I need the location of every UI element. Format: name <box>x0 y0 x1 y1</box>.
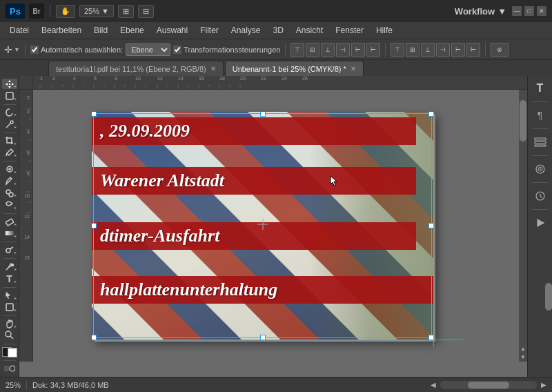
handle-tr[interactable] <box>428 112 433 117</box>
vscrollbar-thumb[interactable] <box>520 100 526 141</box>
opt-sep-4 <box>485 43 486 57</box>
tab-testtutorial-close[interactable]: ✕ <box>210 65 216 72</box>
panel-actions-icon[interactable] <box>531 213 550 233</box>
move-tool[interactable]: ▸ <box>2 79 17 89</box>
workflow-btn[interactable]: Workflow ▼ <box>455 6 506 17</box>
panel-channels-icon[interactable] <box>531 159 550 179</box>
align-right-icon[interactable]: ⊢ <box>366 43 380 57</box>
menu-3d[interactable]: 3D <box>268 24 289 37</box>
hscrollbar-thumb[interactable] <box>468 382 509 389</box>
menu-bild[interactable]: Bild <box>88 24 113 37</box>
menu-analyse[interactable]: Analyse <box>226 24 266 37</box>
menu-ansicht[interactable]: Ansicht <box>290 24 328 37</box>
lasso-tool[interactable]: ▸ <box>2 107 17 117</box>
eyedropper-tool[interactable]: ▸ <box>2 148 17 158</box>
align-top-icon[interactable]: ⊤ <box>290 43 304 57</box>
text-line-2: Warener Altstadt <box>100 170 224 191</box>
menu-hilfe[interactable]: Hilfe <box>371 24 398 37</box>
right-panel-scroll[interactable] <box>545 283 552 311</box>
dist-vc-icon[interactable]: ⊞ <box>406 43 420 57</box>
options-bar: ✛ ▼ Automatisch auswählen: Ebene Gruppe … <box>0 39 552 59</box>
hand-tool[interactable]: ▸ <box>2 319 17 329</box>
svg-rect-1 <box>6 92 13 99</box>
canvas-area[interactable]: 1 2 4 6 8 10 12 14 16 18 20 22 24 26 <box>19 76 527 377</box>
handle-bl[interactable] <box>92 335 97 340</box>
dist-top-icon[interactable]: ⊤ <box>391 43 404 57</box>
tab-unbenannt[interactable]: Unbenannt-1 bei 25% (CMYK/8) * ✕ <box>225 61 364 76</box>
handle-tc[interactable] <box>260 112 266 117</box>
nav-right-btn[interactable]: ▶ <box>541 381 546 389</box>
wand-tool[interactable]: ▸ <box>2 119 17 129</box>
menu-ebene[interactable]: Ebene <box>115 24 150 37</box>
shape-tool[interactable]: ▸ <box>2 302 17 313</box>
close-btn[interactable]: ✕ <box>537 6 546 16</box>
dist-right-icon[interactable]: ⊢ <box>466 43 480 57</box>
nav-left-btn[interactable]: ◀ <box>431 381 436 389</box>
menu-datei[interactable]: Datei <box>4 24 34 37</box>
handle-br[interactable] <box>428 335 433 340</box>
panel-history-icon[interactable] <box>531 186 550 206</box>
opt-sep-3 <box>385 43 386 57</box>
panel-text-icon[interactable]: T <box>531 79 550 98</box>
hscrollbar[interactable] <box>440 381 537 389</box>
minimize-btn[interactable]: — <box>512 6 522 16</box>
handle-ml[interactable] <box>92 223 97 228</box>
path-select-tool[interactable]: ▸ <box>2 290 17 300</box>
panel-layers-icon[interactable] <box>531 133 550 152</box>
auto-align-icon[interactable]: ⊕ <box>491 43 509 57</box>
crop-tool[interactable]: ▸ <box>2 135 17 146</box>
gradient-tool[interactable]: ▸ <box>2 228 17 239</box>
menu-auswahl[interactable]: Auswahl <box>151 24 193 37</box>
handle-tl[interactable] <box>92 112 97 117</box>
background-color[interactable] <box>8 348 17 357</box>
menu-fenster[interactable]: Fenster <box>330 24 369 37</box>
vscrollbar[interactable]: ▲ ▼ <box>519 90 527 362</box>
opt-sep-1 <box>25 43 26 57</box>
auto-select-input[interactable] <box>30 46 39 54</box>
zoom-btn[interactable]: 25% ▼ <box>79 5 114 17</box>
brush-tool[interactable]: ▸ <box>2 176 17 186</box>
align-hcenter-icon[interactable]: ⊢ <box>351 43 365 57</box>
align-bottom-icon[interactable]: ⊥ <box>321 43 335 57</box>
history-brush[interactable]: ▸ <box>2 199 17 210</box>
layer-select[interactable]: Ebene Gruppe <box>126 43 170 56</box>
canvas-image[interactable]: , 29.09.2009 Warener Altstadt dtimer-Aus… <box>92 112 433 340</box>
zoom-tool[interactable] <box>2 331 17 341</box>
workflow-label: Workflow <box>455 6 495 17</box>
dist-hc-icon[interactable]: ⊢ <box>451 43 465 57</box>
maximize-btn[interactable]: □ <box>524 6 534 16</box>
hand-tool-btn[interactable]: ✋ <box>56 5 75 18</box>
canvas-wrapper[interactable]: , 29.09.2009 Warener Altstadt dtimer-Aus… <box>33 90 527 362</box>
auto-select-checkbox[interactable]: Automatisch auswählen: <box>30 46 123 54</box>
pen-tool[interactable]: ▸ <box>2 261 17 271</box>
transform-checkbox[interactable]: Transformationssteuerungen <box>173 46 280 54</box>
vscroll-up[interactable]: ▲ <box>520 346 526 352</box>
dist-left-icon[interactable]: ⊣ <box>436 43 450 57</box>
align-left-icon[interactable]: ⊣ <box>336 43 350 57</box>
selection-tool[interactable]: ▸ <box>2 90 17 101</box>
tab-testtutorial[interactable]: testtutoria1l.pdf bei 11,1% (Ebene 2, RG… <box>48 61 224 76</box>
menu-bearbeiten[interactable]: Bearbeiten <box>36 24 87 37</box>
transform-input[interactable] <box>173 46 181 54</box>
eraser-tool[interactable]: ▸ <box>2 216 17 226</box>
svg-point-19 <box>10 366 15 371</box>
ruler-top: 1 2 4 6 8 10 12 14 16 18 20 22 24 26 <box>33 76 527 90</box>
handle-bc[interactable] <box>260 335 266 340</box>
tab-unbenannt-close[interactable]: ✕ <box>351 65 356 72</box>
text-bar-2: Warener Altstadt <box>92 167 416 195</box>
view-mode-btn[interactable]: ⊞ <box>118 5 134 18</box>
quick-mask-tool[interactable] <box>2 364 17 374</box>
panel-paragraph-icon[interactable]: ¶ <box>531 106 550 125</box>
dist-bottom-icon[interactable]: ⊥ <box>421 43 435 57</box>
handle-mr[interactable] <box>428 223 433 228</box>
align-vcenter-icon[interactable]: ⊟ <box>306 43 319 57</box>
clone-tool[interactable]: ▸ <box>2 188 17 198</box>
arrange-btn[interactable]: ⊟ <box>138 5 154 18</box>
menu-filter[interactable]: Filter <box>195 24 224 37</box>
type-tool[interactable]: T ▸ <box>2 273 17 284</box>
heal-tool[interactable]: ▸ <box>2 164 17 175</box>
text-bar-3: dtimer-Ausfahrt <box>92 222 416 250</box>
br-logo[interactable]: Br <box>29 3 44 19</box>
vscroll-down[interactable]: ▼ <box>520 354 526 360</box>
dodge-tool[interactable]: ▸ <box>2 244 17 255</box>
